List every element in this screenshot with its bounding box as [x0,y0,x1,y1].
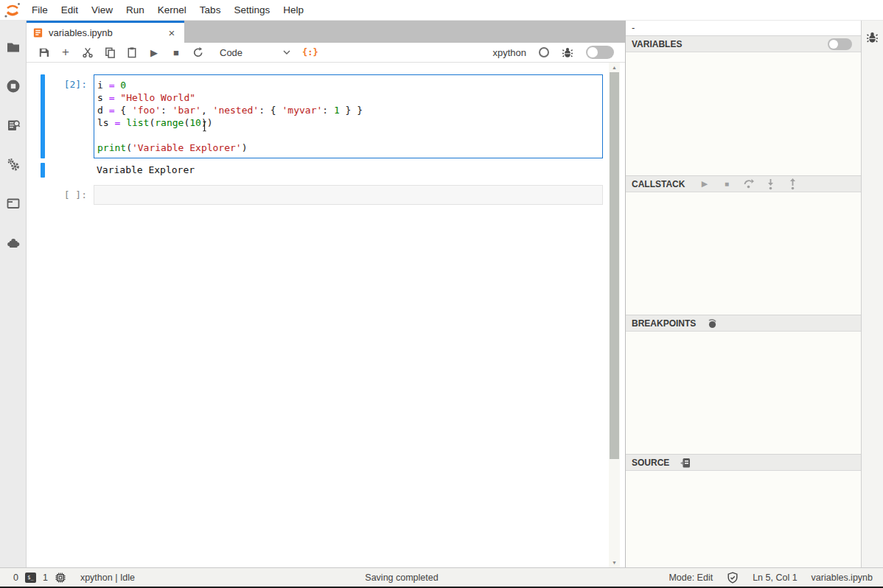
menu-tabs[interactable]: Tabs [193,0,228,21]
gears-icon[interactable] [0,144,27,183]
debugger-tab-bug-icon[interactable] [866,31,879,43]
notebook-area[interactable]: [2]: i = 0s = "Hello World"d = { 'foo': … [27,63,625,567]
cut-cells-button[interactable] [77,43,99,61]
save-button[interactable] [32,43,55,61]
menubar: File Edit View Run Kernel Tabs Settings … [0,0,883,21]
toolbar-toggle[interactable] [586,46,614,59]
source-body [626,471,861,567]
jupyter-logo-icon [0,1,25,20]
kernel-name[interactable]: xpython [492,47,526,58]
left-sidebar-tabs [0,21,27,567]
variables-view-toggle[interactable] [828,38,852,50]
jupyterlab-window: File Edit View Run Kernel Tabs Settings … [0,0,883,588]
code-cell[interactable]: [2]: i = 0s = "Hello World"d = { 'foo': … [27,74,603,158]
debugger-panel: - VARIABLES CALLSTACK ▶ ■ [625,21,861,567]
code-lines: i = 0s = "Hello World"d = { 'foo': 'bar'… [97,79,599,154]
callstack-body [626,192,861,315]
property-inspector-icon[interactable] [0,105,27,144]
menu-edit[interactable]: Edit [55,0,85,21]
callstack-section-header[interactable]: CALLSTACK ▶ ■ [626,175,861,192]
menu-help[interactable]: Help [276,0,310,21]
menu-settings[interactable]: Settings [227,0,276,21]
close-all-breakpoints-icon[interactable] [705,317,719,330]
notebook-toolbar: + [27,43,625,63]
scrollbar-up-icon[interactable]: ▲ [609,65,620,70]
kernel-chip-icon[interactable] [55,572,66,584]
breakpoints-body [626,332,861,454]
statusbar: 0 $_ 1 xpython | Idle Saving completed M… [0,567,883,588]
step-out-icon[interactable] [786,178,799,190]
cell-type-value: Code [220,47,283,58]
running-kernels-icon[interactable] [0,66,27,105]
right-sidebar-tabs [861,21,883,567]
cell-type-dropdown[interactable]: Code [220,47,290,58]
notebook-scrollbar[interactable]: ▲ ▼ [609,63,620,567]
close-icon[interactable]: × [165,27,178,39]
scrollbar-thumb[interactable] [610,72,619,459]
empty-code-cell[interactable]: [ ]: [27,185,603,205]
command-palette-braces-icon[interactable]: {:} [302,47,318,57]
source-section-header[interactable]: SOURCE [626,454,861,471]
notebook-icon [32,27,43,38]
menu-view[interactable]: View [85,0,119,21]
terminate-button[interactable]: ■ [720,178,733,190]
debugger-bug-icon[interactable] [562,46,573,58]
output-area: Variable Explorer [27,163,603,178]
debugger-title: - [626,21,861,35]
chevron-down-icon [283,49,290,55]
kernel-sessions-count[interactable]: 1 [43,573,48,583]
trust-shield-icon[interactable] [727,572,739,584]
cursor-position[interactable]: Ln 5, Col 1 [753,573,797,583]
extension-manager-icon[interactable] [0,223,27,262]
step-over-icon[interactable] [742,178,755,190]
empty-code-editor[interactable] [94,185,603,205]
interrupt-kernel-button[interactable]: ■ [165,43,187,61]
continue-button[interactable]: ▶ [698,178,711,190]
dock-tab-bar: variables.ipynb × [27,21,625,43]
scrollbar-down-icon[interactable]: ▼ [609,560,620,565]
menu-file[interactable]: File [25,0,55,21]
tab-variables-ipynb[interactable]: variables.ipynb × [27,21,184,43]
menu-kernel[interactable]: Kernel [151,0,193,21]
open-tabs-icon[interactable] [0,183,27,223]
paste-cells-button[interactable] [121,43,143,61]
restart-kernel-button[interactable] [187,43,209,61]
kernel-status-icon[interactable] [539,47,549,57]
tab-title: variables.ipynb [49,27,165,38]
terminals-count[interactable]: 0 [13,573,18,583]
command-mode-indicator[interactable]: Mode: Edit [669,573,713,583]
code-editor[interactable]: i = 0s = "Hello World"d = { 'foo': 'bar'… [94,74,603,158]
step-in-icon[interactable] [764,178,777,190]
terminal-icon[interactable]: $_ [25,573,36,583]
run-cell-button[interactable]: ▶ [143,43,165,61]
empty-prompt: [ ]: [45,185,94,205]
kernel-status-text[interactable]: xpython | Idle [80,573,135,583]
cell-output-text: Variable Explorer [94,163,198,178]
execution-prompt: [2]: [45,74,94,158]
statusbar-message: Saving completed [365,573,438,583]
breakpoints-section-header[interactable]: BREAKPOINTS [626,315,861,332]
copy-cells-button[interactable] [99,43,121,61]
statusbar-filename: variables.ipynb [812,573,873,583]
open-source-icon[interactable] [679,456,692,469]
text-cursor-icon [201,121,208,132]
add-cell-button[interactable]: + [55,43,77,61]
variables-section-header[interactable]: VARIABLES [626,35,861,52]
variables-body [626,52,861,175]
file-browser-icon[interactable] [0,27,27,66]
menu-run[interactable]: Run [119,0,151,21]
